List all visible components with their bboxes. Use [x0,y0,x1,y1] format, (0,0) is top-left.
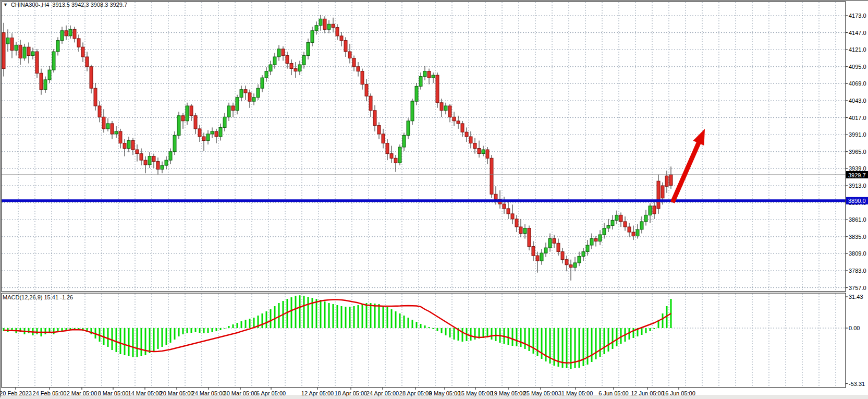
macd-bar [174,328,176,340]
macd-bar [462,328,463,342]
macd-bar [516,328,518,346]
date-tick-label: 8 Mar 05:00 [98,390,129,396]
candle [177,112,180,139]
macd-bar [199,328,201,333]
macd-bar [508,328,509,345]
macd-bar [341,306,343,328]
macd-bar [474,328,476,340]
macd-bar [203,328,205,333]
date-tick-label: 31 May 05:00 [558,390,593,396]
macd-tick-label: 31.43 [849,294,863,300]
macd-bar [166,328,167,345]
macd-bar [595,328,597,359]
macd-bar [529,328,530,351]
hline-price-badge: 3890.0 [846,197,868,204]
macd-bar [107,328,109,347]
macd-bar [441,328,443,333]
macd-bar [253,318,255,328]
macd-bar [287,299,288,328]
macd-bar [445,328,447,335]
macd-bar [387,307,388,328]
macd-bar [358,305,359,328]
date-tick-label: 19 May 05:00 [491,390,526,396]
macd-bar [378,304,380,328]
macd-bar [374,304,376,328]
macd-bar [66,328,67,330]
macd-bar [299,295,301,328]
macd-bar [495,328,497,341]
candle [528,226,531,251]
macd-bar [278,303,280,328]
macd-bar [249,319,251,328]
macd-bar [587,328,589,365]
macd-bar [128,328,130,356]
macd-bar [149,328,151,353]
macd-bar [137,328,138,357]
candle [52,49,55,72]
macd-bar [124,328,126,355]
macd-tick-label: 0.00 [849,325,860,331]
macd-bar [416,322,418,328]
macd-bar [349,307,351,328]
date-tick-label: 20 Feb 2023 [0,390,32,396]
date-tick-label: 15 May 05:00 [458,390,493,396]
chart-canvas[interactable]: 4173.04147.04121.04095.04069.04043.04017… [0,0,868,399]
price-tick-label: 3809.0 [849,250,866,257]
date-tick-label: 24 Feb 05:00 [33,390,67,396]
macd-bar [395,311,397,328]
date-tick-label: 24 Mar 05:00 [192,390,226,396]
macd-bar [153,328,155,351]
macd-indicator-label: MACD(12,26,9) 15.41 -1.26 [3,294,73,300]
macd-bar [429,327,430,328]
macd-bar [362,304,363,328]
macd-bar [295,296,297,328]
date-tick-label: 6 Jun 05:00 [598,390,629,396]
macd-bar [28,328,30,333]
macd-bar [370,303,372,328]
date-tick-label: 12 Apr 05:00 [301,390,334,396]
date-tick-label: 14 Mar 05:00 [128,390,162,396]
macd-bar [45,328,46,334]
macd-tick-label: -53.31 [849,381,865,387]
price-tick-label: 4173.0 [849,13,866,19]
macd-bar [491,328,493,340]
macd-bar [157,328,159,349]
macd-bar [524,328,526,349]
macd-bar [191,328,192,333]
date-tick-label: 12 Jun 05:00 [631,390,664,396]
macd-bar [404,316,405,328]
macd-bar [132,328,134,357]
macd-bar [537,328,539,356]
date-tick-label: 18 Apr 05:00 [335,390,367,396]
candle [436,72,439,108]
macd-bar [533,328,534,354]
macd-bar [654,328,655,329]
macd-bar [112,328,113,350]
macd-bar [612,328,614,349]
price-tick-label: 4043.0 [849,98,866,104]
price-tick-label: 4069.0 [849,80,866,87]
price-tick-label: 3991.0 [849,131,866,138]
macd-bar [291,297,292,328]
macd-bar [116,328,117,352]
macd-bar [316,299,317,328]
date-tick-label: 20 Mar 05:00 [160,390,194,396]
macd-bar [245,320,247,328]
chevron-down-icon[interactable]: ▼ [3,2,8,7]
svg-text:3929.7: 3929.7 [848,172,866,178]
macd-bar [633,328,634,338]
macd-bar [433,328,434,329]
macd-bar [207,328,209,333]
macd-bar [141,328,142,356]
macd-bar [216,328,217,331]
macd-bar [437,328,438,331]
macd-bar [333,304,334,328]
macd-bar [182,328,184,334]
macd-bar [520,328,522,347]
macd-bar [541,328,543,359]
macd-bar [36,328,38,334]
macd-bar [353,306,355,328]
date-tick-label: 25 May 05:00 [523,390,558,396]
macd-bar [512,328,514,346]
candle [35,49,39,78]
